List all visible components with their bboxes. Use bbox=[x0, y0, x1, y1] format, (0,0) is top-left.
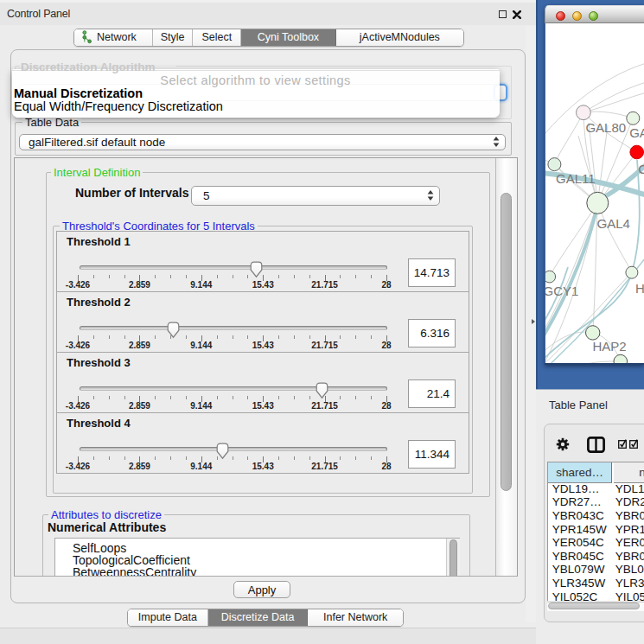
svg-text:GCY1: GCY1 bbox=[545, 284, 578, 298]
svg-text:C: C bbox=[638, 162, 644, 176]
svg-text:HAP2: HAP2 bbox=[592, 339, 626, 354]
svg-text:GAL4: GAL4 bbox=[596, 216, 629, 231]
svg-text:GAL11: GAL11 bbox=[556, 171, 596, 186]
svg-text:H: H bbox=[635, 281, 644, 296]
svg-text:GAL80: GAL80 bbox=[585, 120, 626, 135]
svg-text:GA: GA bbox=[629, 125, 644, 140]
